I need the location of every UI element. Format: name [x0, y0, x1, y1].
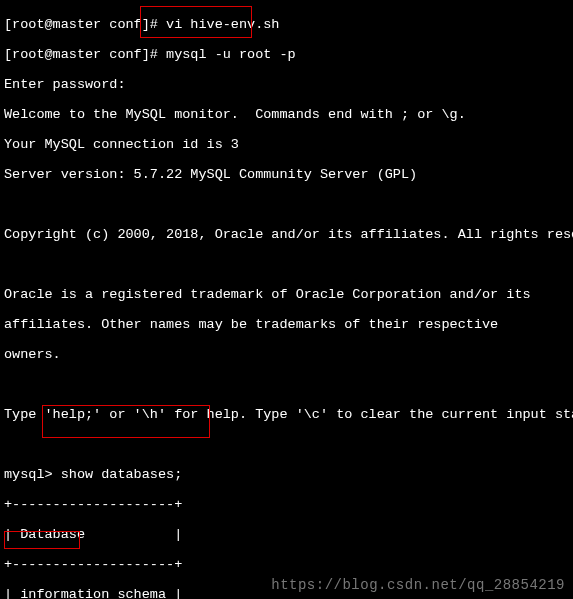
terminal-line: | information_schema |: [4, 587, 182, 599]
terminal-line: [root@master conf]# vi hive-env.sh: [4, 17, 279, 32]
terminal-line: affiliates. Other names may be trademark…: [4, 317, 498, 332]
terminal-line: owners.: [4, 347, 61, 362]
terminal-line: Enter password:: [4, 77, 126, 92]
terminal-line: Server version: 5.7.22 MySQL Community S…: [4, 167, 417, 182]
terminal-line: | Database |: [4, 527, 182, 542]
terminal-line: Copyright (c) 2000, 2018, Oracle and/or …: [4, 227, 573, 242]
terminal-line: +--------------------+: [4, 497, 182, 512]
terminal-line: [root@master conf]# mysql -u root -p: [4, 47, 296, 62]
terminal-output[interactable]: [root@master conf]# vi hive-env.sh [root…: [0, 0, 573, 599]
terminal-line: Oracle is a registered trademark of Orac…: [4, 287, 531, 302]
terminal-line: mysql> show databases;: [4, 467, 182, 482]
terminal-line: Type 'help;' or '\h' for help. Type '\c'…: [4, 407, 573, 422]
terminal-line: +--------------------+: [4, 557, 182, 572]
terminal-line: Welcome to the MySQL monitor. Commands e…: [4, 107, 466, 122]
terminal-line: Your MySQL connection id is 3: [4, 137, 239, 152]
